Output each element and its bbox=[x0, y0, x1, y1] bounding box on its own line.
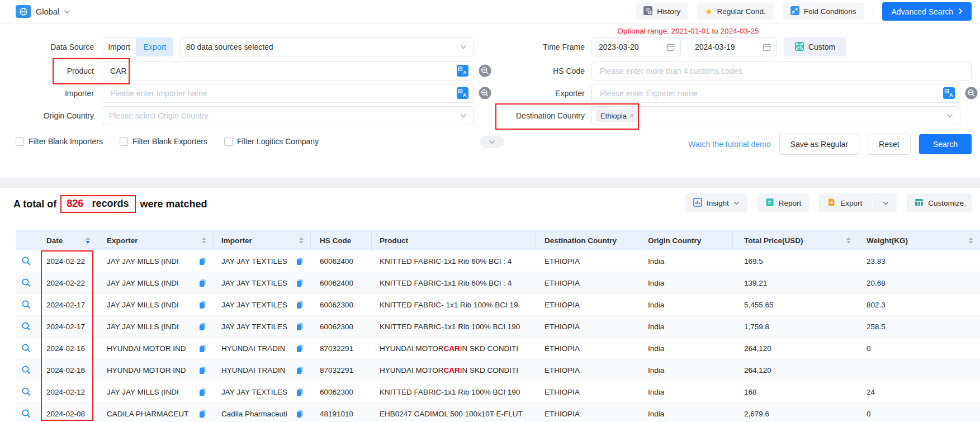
destination-country-label: Destination Country bbox=[473, 106, 585, 125]
filter-blank-importers[interactable]: Filter Blank Importers bbox=[16, 137, 103, 146]
copy-icon[interactable] bbox=[296, 257, 304, 265]
cell-date: 2024-02-17 bbox=[36, 301, 97, 309]
checkbox[interactable] bbox=[16, 137, 24, 146]
globe-icon[interactable] bbox=[16, 5, 31, 18]
copy-icon[interactable] bbox=[296, 344, 304, 353]
column-header-exporter[interactable]: Exporter bbox=[97, 230, 214, 250]
customize-button[interactable]: Customize bbox=[907, 193, 972, 212]
column-header-total_price[interactable]: Total Price(USD) bbox=[733, 230, 858, 250]
copy-icon[interactable] bbox=[296, 366, 304, 374]
search-button[interactable]: Search bbox=[919, 134, 972, 154]
row-detail-search-icon[interactable] bbox=[16, 365, 36, 375]
copy-icon[interactable] bbox=[198, 279, 207, 287]
filter-logistics-company[interactable]: Filter Logitics Company bbox=[224, 137, 319, 146]
tab-import[interactable]: Import bbox=[102, 37, 136, 56]
product-text: KNITTED FABRIC- 1x1 Rib 100% BCI 19 bbox=[380, 301, 518, 309]
history-button[interactable]: History bbox=[636, 3, 688, 20]
copy-icon[interactable] bbox=[296, 301, 304, 309]
save-as-regular-button[interactable]: Save as Regular bbox=[779, 134, 860, 155]
copy-icon[interactable] bbox=[296, 388, 304, 396]
origin-country-select[interactable]: Please select Origin Country bbox=[102, 106, 474, 125]
cell-total_price: 264,120 bbox=[733, 366, 858, 374]
copy-icon[interactable] bbox=[198, 257, 207, 265]
collapse-form-button[interactable] bbox=[480, 136, 504, 148]
start-date-input[interactable]: 2023-03-20 bbox=[591, 37, 681, 56]
export-button[interactable]: Export bbox=[819, 193, 897, 212]
copy-icon[interactable] bbox=[198, 323, 207, 331]
column-header-product: Product bbox=[372, 230, 536, 250]
product-text: HYUNDAI MOTOR bbox=[380, 366, 444, 374]
report-button[interactable]: Report bbox=[758, 193, 809, 212]
sort-icons[interactable] bbox=[846, 237, 851, 244]
copy-icon[interactable] bbox=[296, 279, 304, 287]
row-detail-search-icon[interactable] bbox=[16, 343, 36, 353]
row-detail-search-icon[interactable] bbox=[16, 321, 36, 331]
regular-cond-button[interactable]: ★ Regular Cond. bbox=[697, 3, 774, 20]
copy-icon[interactable] bbox=[296, 323, 304, 331]
calendar-icon[interactable] bbox=[666, 43, 675, 51]
table-body: 2024-02-22JAY JAY MILLS (INDIJAY JAY TEX… bbox=[16, 250, 980, 422]
fold-icon bbox=[790, 6, 799, 17]
data-source-select[interactable]: 80 data sources selected bbox=[179, 37, 474, 56]
cell-product: KNITTED FABRIC-1x1 Rib 100% BCI 190 bbox=[372, 388, 536, 396]
cell-destination_country: ETHIOPIA bbox=[536, 323, 641, 331]
end-date-input[interactable]: 2024-03-19 bbox=[688, 37, 777, 56]
calendar-icon[interactable] bbox=[763, 43, 771, 51]
checkbox[interactable] bbox=[224, 137, 233, 146]
importer-input-wrap bbox=[102, 84, 474, 103]
filter-blank-exporters[interactable]: Filter Blank Exporters bbox=[120, 137, 207, 146]
data-source-label: Data Source bbox=[0, 37, 94, 56]
insight-button[interactable]: Insight bbox=[685, 193, 747, 212]
row-detail-search-icon[interactable] bbox=[16, 300, 36, 310]
row-detail-search-icon[interactable] bbox=[16, 387, 36, 397]
hs-code-input[interactable] bbox=[599, 66, 964, 76]
sort-icons[interactable] bbox=[299, 237, 304, 244]
column-header-weight[interactable]: Weight(KG) bbox=[858, 230, 980, 250]
origin-country-label: Origin Country bbox=[0, 106, 94, 125]
row-detail-search-icon[interactable] bbox=[16, 256, 36, 266]
exclude-search-icon[interactable] bbox=[965, 87, 978, 102]
summary-suffix: were matched bbox=[140, 198, 207, 210]
advanced-search-button[interactable]: Advanced Search bbox=[882, 2, 972, 21]
cell-date: 2024-02-22 bbox=[36, 257, 97, 265]
cell-total_price: 168 bbox=[733, 388, 858, 396]
copy-icon[interactable] bbox=[296, 410, 304, 418]
copy-icon[interactable] bbox=[198, 366, 207, 374]
product-input[interactable] bbox=[109, 66, 450, 76]
column-header-label: Date bbox=[46, 236, 63, 245]
cell-hs_code: 87032291 bbox=[311, 344, 372, 353]
copy-icon[interactable] bbox=[198, 344, 207, 353]
chevron-down-icon[interactable] bbox=[64, 10, 70, 14]
copy-icon[interactable] bbox=[198, 410, 207, 418]
product-keyword-highlight: CAR bbox=[444, 344, 460, 353]
importer-label: Importer bbox=[0, 84, 94, 103]
cell-destination_country: ETHIOPIA bbox=[536, 301, 641, 309]
row-detail-search-icon[interactable] bbox=[16, 409, 36, 419]
copy-icon[interactable] bbox=[198, 301, 207, 309]
reset-button[interactable]: Reset bbox=[868, 134, 911, 155]
tutorial-link[interactable]: Watch the tutorial demo bbox=[688, 140, 770, 149]
cell-hs_code: 48191010 bbox=[311, 410, 372, 418]
column-header-importer[interactable]: Importer bbox=[214, 230, 311, 250]
importer-name: Cadila Pharmaceuti bbox=[221, 410, 287, 418]
cell-date: 2024-02-12 bbox=[36, 388, 97, 396]
chevron-down-icon bbox=[946, 113, 953, 118]
region-selector-label[interactable]: Global bbox=[36, 7, 59, 16]
tab-export[interactable]: Export bbox=[136, 37, 173, 56]
sort-icons[interactable] bbox=[86, 237, 90, 244]
exporter-input[interactable] bbox=[599, 88, 936, 98]
column-header-date[interactable]: Date bbox=[36, 230, 97, 250]
custom-range-button[interactable]: Custom bbox=[784, 37, 846, 56]
sort-icons[interactable] bbox=[969, 237, 973, 244]
cell-destination_country: ETHIOPIA bbox=[536, 410, 641, 418]
importer-input[interactable] bbox=[109, 88, 450, 98]
cell-exporter: JAY JAY MILLS (INDI bbox=[97, 301, 214, 309]
product-text: EHB0247 CADIMOL 500 100x10T E-FLUT bbox=[380, 410, 523, 418]
row-detail-search-icon[interactable] bbox=[16, 278, 36, 288]
fold-conditions-button[interactable]: Fold Conditions bbox=[783, 3, 864, 20]
destination-country-select[interactable]: Ethiopia × bbox=[591, 106, 960, 125]
tag-close-icon[interactable]: × bbox=[630, 112, 634, 120]
checkbox[interactable] bbox=[120, 137, 128, 146]
copy-icon[interactable] bbox=[198, 388, 207, 396]
sort-icons[interactable] bbox=[202, 237, 206, 244]
